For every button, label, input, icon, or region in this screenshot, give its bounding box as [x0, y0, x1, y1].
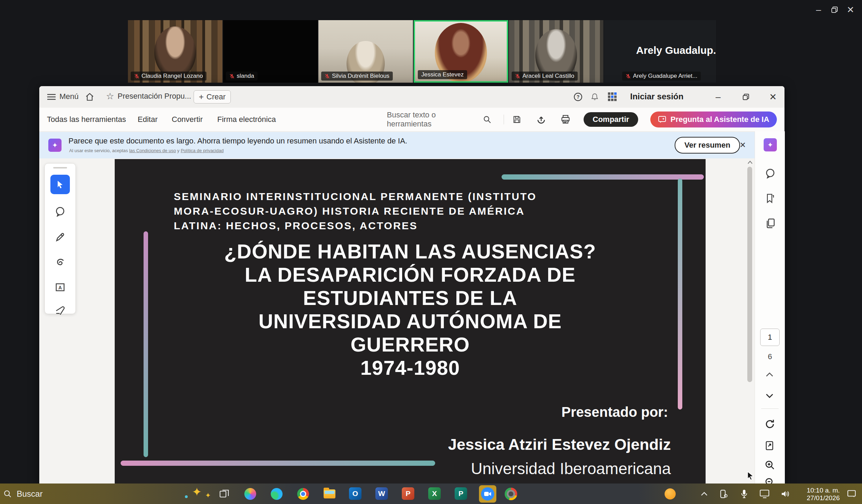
svg-text:A: A — [58, 285, 62, 290]
close-icon[interactable]: ✕ — [843, 3, 859, 17]
document-tab[interactable]: ☆ Presentación Propu... ✕ — [106, 91, 204, 101]
fit-page-icon[interactable] — [763, 439, 776, 452]
slide-presented-by: Presentado por: — [561, 404, 668, 420]
ai-assistant-button[interactable]: Pregunta al Asistente de IA — [650, 111, 777, 127]
task-view-icon[interactable] — [217, 487, 232, 501]
notifications-bell-icon[interactable] — [588, 91, 601, 103]
apps-grid-icon[interactable] — [608, 92, 617, 101]
page-number-input[interactable]: 1 — [760, 329, 780, 346]
favorite-star-icon[interactable]: ☆ — [106, 91, 114, 101]
slide-institution: Universidad Iberoamericana — [471, 459, 671, 478]
upload-cloud-icon[interactable] — [535, 114, 547, 125]
clock[interactable]: 10:10 a. m. 27/01/2026 — [795, 487, 840, 502]
video-tile-slanda[interactable]: slanda — [223, 20, 318, 83]
notification-center-icon[interactable] — [845, 487, 859, 501]
comment-tool[interactable] — [52, 204, 68, 219]
next-page-icon[interactable] — [763, 390, 776, 402]
video-tile-jessica-active[interactable]: Jessica Estevez — [414, 20, 508, 83]
volume-icon[interactable] — [779, 487, 792, 501]
powerpoint-icon[interactable]: P — [402, 487, 414, 500]
view-summary-button[interactable]: Ver resumen — [675, 137, 740, 154]
taskbar-search-label[interactable]: Buscar — [17, 489, 43, 499]
microphone-tray-icon[interactable] — [738, 487, 751, 501]
phone-link-icon[interactable] — [717, 487, 730, 501]
signin-button[interactable]: Iniciar sesión — [630, 92, 683, 101]
tray-app-orange-icon[interactable] — [665, 488, 676, 499]
banner-terms: Al usar este servicio, aceptas las Condi… — [69, 148, 223, 153]
search-input[interactable]: Buscar texto o herramientas — [387, 108, 491, 131]
select-tool-active[interactable] — [50, 175, 70, 194]
highlight-pen-tool[interactable] — [52, 230, 68, 245]
slide-decoration-bottom-bar — [121, 461, 435, 466]
create-button[interactable]: + Crear — [194, 90, 231, 104]
draw-tool[interactable] — [52, 255, 68, 271]
sparkle-decoration-icon: ✦ ✦ — [182, 484, 220, 504]
refresh-rotate-icon[interactable] — [763, 418, 776, 431]
home-icon[interactable] — [84, 91, 96, 103]
acrobat-restore-icon[interactable] — [738, 90, 754, 104]
zoom-window-controls: – ✕ — [811, 3, 859, 17]
zoom-in-icon[interactable] — [763, 458, 776, 472]
restore-icon[interactable] — [827, 3, 843, 17]
edit-menu[interactable]: Editar — [138, 108, 157, 131]
muted-mic-icon — [325, 74, 330, 79]
video-tile-claudia[interactable]: Claudia Rangel Lozano — [128, 20, 222, 83]
tray-time: 10:10 a. m. — [795, 487, 840, 494]
publisher-icon[interactable]: P — [455, 487, 467, 500]
excel-icon[interactable]: X — [428, 487, 441, 500]
zoom-app-active-icon[interactable] — [479, 485, 496, 503]
word-icon[interactable]: W — [375, 487, 388, 500]
minimize-icon[interactable]: – — [811, 3, 827, 17]
document-scrollbar[interactable] — [746, 160, 754, 483]
taskbar-search-icon[interactable] — [3, 489, 13, 499]
participant-display-name: Arely Guadalup... — [636, 44, 716, 56]
stamp-tool[interactable] — [52, 302, 68, 317]
acrobat-minimize-icon[interactable]: – — [710, 90, 726, 104]
acrobat-toolbar: Todas las herramientas Editar Convertir … — [39, 108, 784, 132]
ai-assistant-panel-icon[interactable]: ✦ — [764, 138, 777, 151]
esign-menu[interactable]: Firma electrónica — [217, 108, 276, 131]
hamburger-menu-icon[interactable] — [46, 91, 57, 103]
camera-app-icon[interactable] — [503, 487, 519, 501]
pages-panel-icon[interactable] — [764, 217, 776, 229]
chrome-icon[interactable] — [296, 487, 310, 501]
file-explorer-icon[interactable] — [323, 487, 336, 501]
share-button[interactable]: Compartir — [584, 112, 638, 127]
slide-author: Jessica Atziri Estevez Ojendiz — [448, 436, 671, 454]
save-icon[interactable] — [511, 114, 523, 125]
acrobat-window: Menú ☆ Presentación Propu... ✕ + Crear ? — [39, 86, 784, 484]
muted-mic-icon — [626, 74, 631, 79]
cursor-arrow-icon — [55, 180, 65, 189]
video-tile-araceli[interactable]: Araceli Leal Castillo — [509, 20, 603, 83]
scrollbar-thumb[interactable] — [747, 167, 752, 382]
outlook-icon[interactable]: O — [349, 487, 361, 500]
comments-panel-icon[interactable] — [764, 167, 776, 179]
print-icon[interactable] — [559, 114, 572, 125]
previous-page-icon[interactable] — [763, 368, 776, 381]
muted-mic-icon — [515, 74, 520, 79]
search-icon — [483, 115, 491, 124]
page-total-label: 6 — [755, 352, 785, 361]
right-panel: ✦ 1 6 — [755, 131, 785, 484]
video-tile-silvia[interactable]: Silvia Dutrénit Bielous — [318, 20, 413, 83]
muted-mic-icon — [134, 74, 139, 79]
tray-expand-chevron-icon[interactable] — [698, 487, 710, 501]
privacy-link[interactable]: Política de privacidad — [181, 148, 224, 153]
edge-icon[interactable] — [270, 487, 284, 501]
banner-close-icon[interactable]: ✕ — [736, 138, 750, 152]
panel-drag-handle[interactable] — [53, 167, 67, 168]
terms-link[interactable]: las Condiciones de uso — [129, 148, 176, 153]
text-box-tool[interactable]: A — [52, 280, 68, 295]
mouse-cursor — [746, 471, 755, 481]
acrobat-close-icon[interactable]: ✕ — [765, 90, 781, 104]
help-icon[interactable]: ? — [572, 91, 584, 103]
copilot-icon[interactable] — [243, 487, 257, 501]
acrobat-titlebar: Menú ☆ Presentación Propu... ✕ + Crear ? — [39, 86, 784, 108]
menu-button[interactable]: Menú — [59, 92, 79, 101]
slide-decoration-top-bar — [502, 174, 704, 180]
video-tile-arely[interactable]: Arely Guadalup... Arely Guadalupe Arriet… — [604, 20, 716, 83]
screen-share-display-icon[interactable] — [758, 487, 772, 501]
convert-menu[interactable]: Convertir — [172, 108, 203, 131]
all-tools-menu[interactable]: Todas las herramientas — [47, 108, 126, 131]
bookmarks-panel-icon[interactable] — [764, 192, 776, 204]
